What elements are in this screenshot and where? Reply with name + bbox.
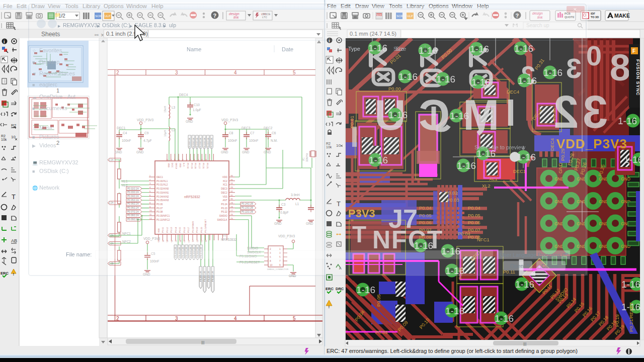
svg-text:Select file to preview: Select file to preview <box>474 144 525 150</box>
svg-text:▸: ▸ <box>164 23 167 29</box>
svg-text:P0.09: P0.09 <box>375 329 388 335</box>
svg-text:!: ! <box>13 272 15 277</box>
svg-text:1-16: 1-16 <box>515 279 534 290</box>
svg-text:ERC: ERC <box>1 271 9 276</box>
svg-text:|||: ||| <box>201 340 204 344</box>
svg-text:☆: ☆ <box>32 48 36 53</box>
svg-text:REMGWYXV32: REMGWYXV32 <box>39 159 78 165</box>
svg-text:FUSION SYNC: FUSION SYNC <box>635 59 640 96</box>
svg-text:▸: ▸ <box>58 23 61 29</box>
svg-text:Pictures: Pictures <box>39 134 59 140</box>
svg-text:Date: Date <box>282 46 293 52</box>
svg-text:▼: ▼ <box>32 71 37 76</box>
svg-text:F: F <box>632 48 635 54</box>
svg-text:OneDrive - Aut: OneDrive - Aut <box>39 94 75 100</box>
svg-text:Open: Open <box>510 263 524 269</box>
svg-text:TO 3D: TO 3D <box>591 16 599 19</box>
svg-text:P0.05: P0.05 <box>376 294 381 307</box>
svg-text:ulp: ulp <box>169 22 176 28</box>
svg-text:REMGWYXV32: REMGWYXV32 <box>63 22 100 28</box>
svg-text:0: 0 <box>586 40 602 71</box>
svg-text:Documents: Documents <box>39 105 67 111</box>
svg-text:8: 8 <box>610 47 630 88</box>
svg-text:eaglerc: eaglerc <box>39 81 58 87</box>
svg-text:2: 2 <box>116 316 119 321</box>
svg-text:▸: ▸ <box>97 23 100 29</box>
svg-text:Favorites: Favorites <box>39 47 62 53</box>
svg-text:Recent Places: Recent Places <box>39 70 75 76</box>
svg-text:1-16: 1-16 <box>356 285 375 295</box>
svg-text:1-16: 1-16 <box>445 306 464 316</box>
svg-text:Cancel: Cancel <box>541 263 558 269</box>
svg-text:User Language Programs (*: User Language Programs (* <box>500 252 566 258</box>
svg-text:🌐: 🌐 <box>32 185 38 191</box>
svg-text:♫: ♫ <box>32 126 36 131</box>
svg-text:EAGLE 8.3.0: EAGLE 8.3.0 <box>135 22 166 28</box>
svg-text:5: 5 <box>293 316 296 321</box>
svg-text:P0.21/RESET: P0.21/RESET <box>628 302 634 332</box>
svg-text:|||: ||| <box>523 341 526 346</box>
svg-text:AB: AB <box>11 238 17 243</box>
svg-text:DRC: DRC <box>336 287 344 291</box>
svg-text:Name: Name <box>187 46 201 52</box>
svg-text:■: ■ <box>32 106 35 111</box>
svg-text:Size: Size <box>395 46 406 52</box>
svg-text:■: ■ <box>32 82 35 87</box>
svg-text:1-16: 1-16 <box>495 313 514 324</box>
svg-text:Music: Music <box>39 125 54 131</box>
svg-text:!: ! <box>329 305 330 309</box>
svg-text:Type: Type <box>348 46 360 52</box>
svg-text:10k: 10k <box>1 138 7 141</box>
svg-text:File name:: File name: <box>66 251 92 257</box>
svg-text:4: 4 <box>234 316 237 321</box>
svg-text:Desktop: Desktop <box>39 59 59 65</box>
svg-text:OSDisk (C:): OSDisk (C:) <box>39 168 69 174</box>
svg-text:✕: ✕ <box>573 7 577 12</box>
svg-text:■: ■ <box>32 60 35 65</box>
svg-text:1-16: 1-16 <box>618 116 637 126</box>
svg-text:💻: 💻 <box>32 160 38 166</box>
svg-text:T: T <box>12 193 16 201</box>
svg-text:▸: ▸ <box>130 23 133 29</box>
svg-text:Videos: Videos <box>39 142 56 148</box>
svg-text:R2: R2 <box>1 134 6 138</box>
svg-text:i: i <box>4 39 5 44</box>
svg-text:■: ■ <box>32 135 35 140</box>
svg-text:■: ■ <box>32 169 35 174</box>
svg-text:MAKE: MAKE <box>614 13 630 19</box>
svg-text:3: 3 <box>175 316 178 321</box>
svg-text:Network: Network <box>39 185 60 191</box>
svg-text:IDF: IDF <box>591 12 596 15</box>
svg-text:ERC: 47 errors/warnings. Left-: ERC: 47 errors/warnings. Left-click&drag… <box>327 348 578 354</box>
svg-text:▶: ▶ <box>32 143 36 148</box>
svg-text:📁in: 📁in <box>54 12 64 18</box>
svg-text:1-16: 1-16 <box>621 279 640 290</box>
svg-text:OSDisk (C:): OSDisk (C:) <box>102 22 130 28</box>
svg-text:☁: ☁ <box>32 95 37 100</box>
svg-text:ERC: ERC <box>326 287 334 291</box>
